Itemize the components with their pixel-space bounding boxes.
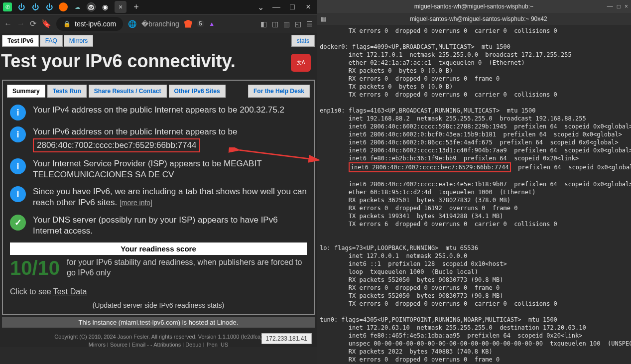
check-icon bbox=[10, 215, 26, 231]
testdata-prefix: Click to see bbox=[10, 287, 53, 296]
more-info-link[interactable]: [more info] bbox=[120, 199, 152, 207]
terminal-tab-title: miguel-santos-wh@miguel-santos-wisphub:~… bbox=[410, 15, 547, 22]
reward-icon[interactable]: ▲ bbox=[209, 20, 215, 27]
wifi-icon-2[interactable]: ⏻ bbox=[31, 2, 40, 11]
tab-close-button[interactable]: × bbox=[115, 1, 126, 13]
wallet-icon[interactable]: ◫ bbox=[272, 20, 278, 28]
dns-text: Your DNS server (possibly run by your IS… bbox=[33, 215, 307, 237]
minimize-button[interactable]: — bbox=[607, 3, 613, 10]
wifi-icon[interactable]: ⏻ bbox=[17, 2, 26, 11]
cloud-icon[interactable]: ☁ bbox=[73, 2, 82, 11]
readiness-header: Your readiness score bbox=[10, 243, 307, 255]
brave-shield-icon[interactable] bbox=[184, 20, 192, 28]
test-data-link[interactable]: Test Data bbox=[53, 287, 87, 296]
tab-test-ipv6[interactable]: Test IPv6 bbox=[2, 35, 39, 47]
server-ip-badge: 172.233.181.41 bbox=[261, 333, 312, 344]
app-icon[interactable]: ◱ bbox=[295, 20, 301, 28]
ipv4-value: 200.32.75.2 bbox=[240, 105, 284, 115]
subtab-tests-run[interactable]: Tests Run bbox=[47, 85, 87, 98]
subtab-help-desk[interactable]: For the Help Desk bbox=[248, 85, 310, 98]
tab-mirrors[interactable]: Mirrors bbox=[64, 35, 93, 47]
ipv6-row: i Your IPv6 address on the public Intern… bbox=[3, 123, 314, 155]
updated-note: (Updated server side IPv6 readiness stat… bbox=[3, 299, 314, 311]
browser-window: ✆ ⏻ ⏻ ⏻ ☁ 🐼 ◉ × + ⌄ — □ × ← → ⟳ 🔖 🔒 test… bbox=[0, 0, 317, 364]
share-icon[interactable]: �branching bbox=[141, 20, 179, 28]
results-subtabs: Summary Tests Run Share Results / Contac… bbox=[3, 81, 314, 102]
page-title: Test your IPv6 connectivity. bbox=[0, 47, 317, 80]
readiness-score: 10/10 bbox=[10, 257, 60, 279]
terminal-output[interactable]: TX errors 0 dropped 0 overruns 0 carrier… bbox=[317, 25, 631, 364]
subtab-summary[interactable]: Summary bbox=[7, 85, 45, 98]
terminal-titlebar: miguel-santos-wh@miguel-santos-wisphub:~… bbox=[317, 0, 631, 13]
close-button[interactable]: × bbox=[625, 3, 628, 10]
results-panel: Summary Tests Run Share Results / Contac… bbox=[2, 80, 315, 315]
readiness-score-row: 10/10 for your IPv6 stability and readin… bbox=[3, 257, 314, 279]
terminal-title: miguel-santos-wh@miguel-santos-wisphub:~ bbox=[414, 3, 533, 10]
forward-button: → bbox=[17, 19, 25, 28]
translate-badge-icon[interactable]: 文A bbox=[291, 54, 311, 72]
new-tab-button[interactable]: + bbox=[131, 0, 141, 14]
app-icon-orange[interactable] bbox=[59, 2, 68, 11]
subtab-other-sites[interactable]: Other IPv6 Sites bbox=[169, 85, 226, 98]
dns-row: Your DNS server (possibly run by your IS… bbox=[3, 212, 314, 240]
linode-note: This instance (miami.test-ipv6.com) is h… bbox=[2, 317, 315, 328]
test-data-row: Click to see Test Data bbox=[3, 279, 314, 299]
panda-icon[interactable]: 🐼 bbox=[87, 2, 96, 11]
info-icon: i bbox=[10, 126, 26, 142]
shield-count: 5 bbox=[197, 20, 204, 27]
whatsapp-icon[interactable]: ✆ bbox=[3, 2, 12, 11]
reload-button[interactable]: ⟳ bbox=[30, 19, 36, 28]
menu-icon[interactable]: ☰ bbox=[306, 20, 313, 28]
lock-icon: 🔒 bbox=[63, 20, 71, 27]
minimize-button[interactable]: — bbox=[271, 2, 282, 11]
ipv6-tab-note-row: i Since you have IPv6, we are including … bbox=[3, 183, 314, 211]
extension-icon[interactable]: ◧ bbox=[260, 20, 267, 28]
page-content: Test IPv6 FAQ Mirrors stats 文A Test your… bbox=[0, 33, 317, 347]
terminal-window: miguel-santos-wh@miguel-santos-wisphub:~… bbox=[317, 0, 631, 364]
page-nav-tabs: Test IPv6 FAQ Mirrors stats bbox=[0, 33, 317, 47]
info-icon: i bbox=[10, 186, 26, 202]
tab-note-text: Since you have IPv6, we are including a … bbox=[33, 187, 307, 207]
tab-faq[interactable]: FAQ bbox=[40, 35, 63, 47]
close-button[interactable]: × bbox=[303, 2, 314, 11]
maximize-button[interactable]: □ bbox=[287, 2, 298, 11]
tab-stats[interactable]: stats bbox=[291, 35, 315, 47]
readiness-text: for your IPv6 stability and readiness, w… bbox=[67, 257, 307, 278]
info-icon: i bbox=[10, 158, 26, 174]
ipv4-label: Your IPv4 address on the public Internet… bbox=[33, 105, 237, 115]
os-titlebar: ✆ ⏻ ⏻ ⏻ ☁ 🐼 ◉ × + ⌄ — □ × bbox=[0, 0, 317, 14]
terminal-tabline: ▦ miguel-santos-wh@miguel-santos-wisphub… bbox=[317, 13, 631, 25]
subtab-share[interactable]: Share Results / Contact bbox=[89, 85, 167, 98]
ipv4-row: i Your IPv4 address on the public Intern… bbox=[3, 102, 314, 123]
isp-text: Your Internet Service Provider (ISP) app… bbox=[33, 158, 307, 180]
bookmark-icon[interactable]: 🔖 bbox=[41, 19, 51, 28]
sidebar-icon[interactable]: ▥ bbox=[283, 20, 290, 28]
back-button[interactable]: ← bbox=[4, 19, 12, 28]
url-text: test-ipv6.com bbox=[75, 20, 116, 28]
ipv6-label: Your IPv6 address on the public Internet… bbox=[33, 126, 237, 137]
wifi-icon-3[interactable]: ⏻ bbox=[45, 2, 54, 11]
info-icon: i bbox=[10, 105, 26, 121]
isp-row: i Your Internet Service Provider (ISP) a… bbox=[3, 155, 314, 183]
grid-icon[interactable]: ▦ bbox=[321, 15, 326, 22]
github-icon[interactable]: ◉ bbox=[101, 2, 110, 11]
translate-icon[interactable]: 🌐 bbox=[128, 20, 136, 28]
address-bar: ← → ⟳ 🔖 🔒 test-ipv6.com 🌐 �branching 5 ▲… bbox=[0, 14, 317, 33]
caret-down-icon[interactable]: ⌄ bbox=[255, 2, 266, 12]
url-input[interactable]: 🔒 test-ipv6.com bbox=[56, 17, 123, 31]
ipv6-highlighted-value: 2806:40c:7002:cccc:bec7:6529:66bb:7744 bbox=[33, 138, 200, 152]
maximize-button[interactable]: □ bbox=[617, 3, 621, 10]
